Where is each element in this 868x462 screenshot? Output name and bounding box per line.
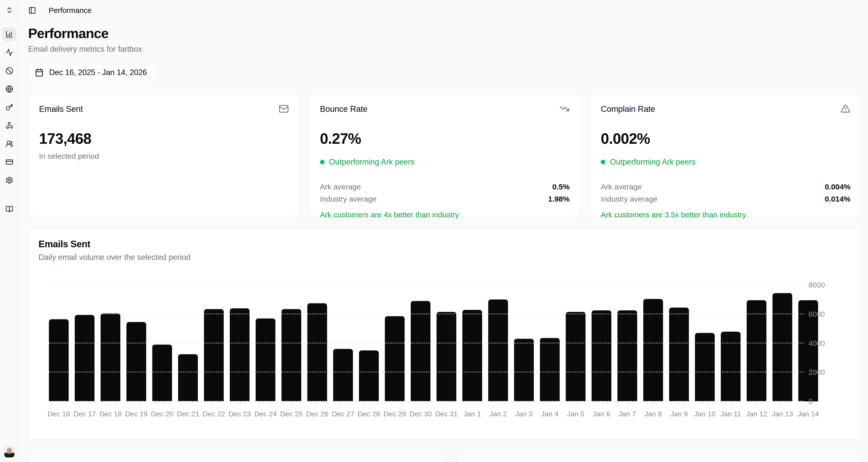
y-axis-tick-label: 2000 [808,369,849,376]
bar-jan-8[interactable] [643,299,663,401]
trending-down-icon [559,104,569,114]
status-row: Outperforming Ark peers [601,157,850,167]
bar-jan-11[interactable] [721,332,741,401]
bar-jan-9[interactable] [669,308,689,401]
sidebar-item-activity[interactable] [2,46,17,60]
sidebar-item-suppressions[interactable] [2,64,17,78]
bar-dec-22[interactable] [204,309,224,401]
bar-dec-19[interactable] [126,322,146,401]
bar-jan-1[interactable] [462,310,482,401]
bar-dec-29[interactable] [385,316,405,401]
x-axis-tick-label: Dec 27 [333,410,353,418]
bar-dec-25[interactable] [281,309,301,401]
x-axis-tick-label: Jan 8 [643,410,663,418]
bar-jan-6[interactable] [592,310,611,401]
x-axis-tick-label: Jan 14 [798,410,818,418]
stat-value: 0.014% [825,195,850,203]
card-divider [320,176,570,176]
sidebar-item-settings[interactable] [2,173,17,187]
chart-bars [49,265,818,401]
x-axis-tick-label: Jan 6 [592,410,611,418]
sidebar-item-docs[interactable] [2,202,17,216]
bar-dec-30[interactable] [411,301,430,401]
metric-subtext: In selected period [39,152,289,161]
x-axis-tick-label: Jan 11 [721,410,741,418]
sidebar-item-team[interactable] [2,137,17,151]
activity-icon [6,49,13,56]
y-axis-tick-label: 0 [808,398,849,405]
bar-dec-17[interactable] [75,315,94,401]
y-axis-tick-label: 4000 [808,340,849,347]
app-root: Performance Performance Email delivery m… [0,0,868,462]
bar-dec-28[interactable] [359,350,379,401]
card-footnote: Ark customers are 4x better than industr… [320,210,570,219]
bar-dec-31[interactable] [437,312,456,401]
y-axis-tick-label: 8000 [808,281,849,289]
date-range-picker[interactable]: Dec 16, 2025 - Jan 14, 2026 [28,64,158,81]
x-axis-tick-label: Jan 9 [669,410,689,418]
topbar: Performance [28,0,861,21]
emails-sent-card: Emails Sent 173,468 In selected period [28,94,300,216]
x-axis-tick-label: Jan 3 [514,410,534,418]
topbar-separator [44,7,44,14]
stat-row: Ark average 0.5% [320,182,570,191]
bar-jan-12[interactable] [747,300,766,401]
sidebar [0,0,19,462]
workspace-switcher-button[interactable] [2,3,17,17]
metric-value: 173,468 [39,130,289,147]
bar-dec-26[interactable] [307,303,327,401]
alert-triangle-icon [840,104,850,114]
bottom-cards-row [28,454,861,462]
metric-cards-row: Emails Sent 173,468 In selected period B… [28,94,861,216]
page-title: Performance [28,25,861,41]
webhook-icon [6,122,13,129]
metric-value: 0.27% [320,130,570,147]
bar-jan-3[interactable] [514,339,534,401]
bar-jan-4[interactable] [540,338,560,401]
x-axis-tick-label: Dec 19 [126,410,146,418]
bar-dec-23[interactable] [230,308,250,401]
x-axis-tick-label: Dec 26 [307,410,327,418]
sidebar-item-webhooks[interactable] [2,118,17,133]
stat-label: Ark average [320,182,361,191]
status-row: Outperforming Ark peers [320,157,570,167]
x-axis-tick-label: Jan 4 [540,410,560,418]
x-axis-tick-label: Dec 23 [230,410,250,418]
partial-card-left [28,454,445,462]
mail-icon [279,104,289,114]
user-avatar[interactable] [4,446,15,458]
sidebar-toggle-button[interactable] [25,3,39,18]
bar-jan-2[interactable] [488,299,508,401]
sidebar-item-api-keys[interactable] [2,100,17,114]
key-icon [6,104,13,111]
x-axis-tick-label: Jan 13 [773,410,792,418]
green-status-dot [601,160,605,164]
sidebar-item-billing[interactable] [2,155,17,169]
sidebar-item-domains[interactable] [2,82,17,96]
card-title: Bounce Rate [320,104,368,114]
x-axis-tick-label: Dec 30 [411,410,430,418]
stat-value: 0.5% [552,182,569,191]
x-axis-tick-label: Dec 22 [204,410,224,418]
bar-jan-5[interactable] [566,312,586,401]
x-axis-tick-label: Jan 2 [488,410,508,418]
gridline [49,372,804,372]
bar-jan-7[interactable] [617,310,637,401]
bar-jan-10[interactable] [695,333,715,401]
bar-jan-13[interactable] [773,293,792,401]
x-axis-tick-label: Jan 12 [747,410,766,418]
bar-dec-18[interactable] [101,313,120,401]
bar-dec-21[interactable] [178,354,198,401]
bar-dec-24[interactable] [256,318,275,401]
green-status-dot [320,160,324,164]
bar-dec-27[interactable] [333,349,353,401]
chart-plot: Dec 16Dec 17Dec 18Dec 19Dec 20Dec 21Dec … [38,265,851,419]
sidebar-item-performance[interactable] [2,27,17,41]
bar-dec-16[interactable] [49,319,69,401]
stat-label: Industry average [601,195,657,203]
globe-icon [6,85,13,93]
x-axis-tick-label: Dec 24 [256,410,275,418]
bar-dec-20[interactable] [152,345,172,401]
stat-value: 0.004% [825,182,850,191]
x-axis-tick-label: Dec 29 [385,410,405,418]
